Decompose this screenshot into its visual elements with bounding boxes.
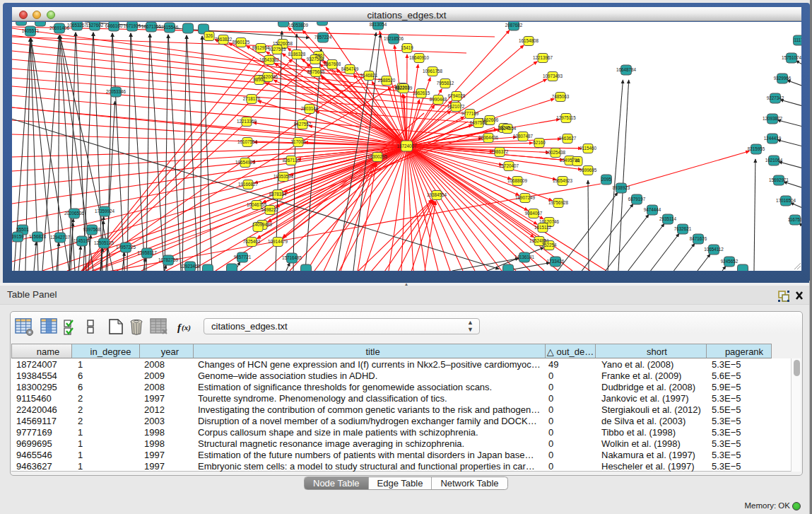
svg-text:10046755: 10046755	[247, 202, 267, 207]
svg-text:(x): (x)	[182, 323, 191, 332]
svg-text:9227342: 9227342	[767, 95, 784, 100]
svg-text:39159: 39159	[12, 234, 24, 239]
svg-text:8267130: 8267130	[283, 158, 300, 163]
svg-text:15716485: 15716485	[282, 255, 302, 260]
svg-text:2588520: 2588520	[378, 78, 396, 83]
svg-text:12213967: 12213967	[533, 55, 553, 60]
svg-text:19756928: 19756928	[548, 200, 569, 205]
svg-text:17957225: 17957225	[116, 245, 136, 250]
svg-text:7955812: 7955812	[437, 81, 454, 86]
svg-text:44: 44	[575, 158, 580, 163]
svg-text:8822039: 8822039	[395, 86, 413, 90]
svg-text:18640910: 18640910	[409, 55, 430, 60]
svg-text:22420046: 22420046	[258, 74, 278, 79]
svg-text:1145194: 1145194	[73, 238, 91, 243]
svg-text:7485063: 7485063	[552, 94, 570, 99]
svg-text:1071915: 1071915	[124, 23, 141, 28]
svg-text:10654112: 10654112	[704, 247, 724, 252]
svg-text:6497568: 6497568	[470, 120, 488, 125]
svg-text:8186328: 8186328	[288, 52, 306, 57]
svg-text:12942737: 12942737	[50, 235, 71, 240]
svg-text:9146821: 9146821	[360, 73, 378, 78]
svg-text:15751074: 15751074	[782, 55, 801, 60]
svg-text:8878334: 8878334	[269, 192, 287, 197]
svg-text:12923468: 12923468	[180, 264, 201, 269]
svg-text:19353594: 19353594	[273, 174, 294, 179]
svg-text:2087682: 2087682	[505, 23, 523, 28]
svg-text:9463627: 9463627	[559, 136, 577, 141]
svg-text:19654925: 19654925	[235, 160, 256, 165]
svg-text:6794028: 6794028	[448, 93, 466, 98]
svg-text:19166827: 19166827	[238, 182, 259, 187]
svg-text:19384554: 19384554	[427, 192, 447, 197]
svg-text:7857224: 7857224	[314, 35, 332, 40]
svg-text:20053346: 20053346	[106, 89, 126, 94]
svg-text:17016504: 17016504	[776, 198, 796, 203]
svg-text:14099489: 14099489	[252, 222, 273, 227]
svg-text:9327508: 9327508	[307, 57, 324, 62]
svg-text:15692971: 15692971	[769, 177, 789, 182]
svg-text:17359924: 17359924	[95, 209, 115, 214]
svg-text:55501: 55501	[16, 227, 29, 232]
svg-text:12505135: 12505135	[94, 240, 114, 245]
svg-text:9329966: 9329966	[774, 76, 792, 81]
svg-text:2803144: 2803144	[301, 106, 319, 111]
svg-text:10688609: 10688609	[507, 178, 528, 183]
svg-text:116753: 116753	[788, 217, 801, 222]
svg-text:1117: 1117	[794, 37, 801, 42]
svg-text:7632621: 7632621	[674, 226, 692, 231]
svg-text:10914479: 10914479	[268, 239, 288, 244]
svg-text:8960125: 8960125	[233, 40, 250, 45]
svg-text:8912954: 8912954	[252, 45, 270, 50]
svg-text:1405571: 1405571	[22, 28, 40, 33]
svg-text:14136141: 14136141	[514, 255, 535, 259]
svg-text:2935114: 2935114	[659, 216, 677, 221]
svg-text:3624554: 3624554	[499, 126, 517, 131]
svg-text:1621072: 1621072	[447, 104, 465, 109]
svg-text:16671355: 16671355	[141, 24, 162, 29]
svg-text:18724007: 18724007	[396, 144, 417, 148]
svg-text:8875685: 8875685	[307, 69, 325, 74]
svg-text:9699695: 9699695	[579, 168, 597, 173]
svg-text:8938923: 8938923	[613, 185, 630, 190]
svg-text:1527602: 1527602	[86, 23, 104, 28]
svg-text:16782759: 16782759	[158, 257, 179, 262]
svg-text:10807487: 10807487	[513, 134, 534, 139]
svg-text:2095: 2095	[601, 177, 612, 182]
svg-text:5498222: 5498222	[261, 207, 279, 212]
svg-text:2718176: 2718176	[243, 96, 261, 101]
svg-text:10961758: 10961758	[423, 69, 443, 74]
svg-text:13958117: 13958117	[137, 250, 157, 255]
svg-text:10653267: 10653267	[67, 23, 88, 28]
svg-text:2867608: 2867608	[324, 62, 341, 66]
svg-text:326: 326	[206, 33, 213, 38]
svg-text:16543382: 16543382	[259, 57, 280, 62]
svg-text:1733426: 1733426	[547, 259, 565, 264]
svg-text:1362615: 1362615	[413, 90, 430, 95]
svg-text:16154808: 16154808	[519, 38, 539, 43]
svg-text:9245652: 9245652	[721, 259, 739, 264]
svg-text:1156828: 1156828	[29, 234, 47, 239]
svg-text:1021064: 1021064	[765, 158, 783, 163]
svg-text:7663822: 7663822	[215, 37, 233, 42]
svg-text:12975115: 12975115	[556, 115, 576, 120]
svg-text:12093872: 12093872	[763, 116, 783, 121]
svg-text:15226058: 15226058	[273, 41, 293, 46]
svg-text:8990448: 8990448	[430, 97, 447, 102]
svg-text:18907249: 18907249	[515, 195, 536, 200]
svg-text:16053809: 16053809	[288, 23, 309, 28]
svg-text:8427552: 8427552	[294, 122, 312, 127]
svg-text:15720407: 15720407	[499, 163, 519, 168]
svg-text:7625402: 7625402	[243, 239, 261, 244]
svg-text:10107554: 10107554	[237, 139, 258, 144]
svg-text:252254: 252254	[541, 243, 557, 247]
svg-text:9474444: 9474444	[644, 207, 661, 212]
svg-text:9327503: 9327503	[269, 47, 286, 52]
svg-text:19218506: 19218506	[384, 36, 404, 41]
svg-text:8471676: 8471676	[690, 236, 707, 241]
svg-text:9115460: 9115460	[579, 146, 597, 151]
svg-text:317004: 317004	[290, 139, 306, 144]
svg-text:1244419: 1244419	[764, 136, 782, 141]
svg-text:9777169: 9777169	[461, 111, 479, 116]
svg-text:6879197: 6879197	[628, 197, 646, 201]
